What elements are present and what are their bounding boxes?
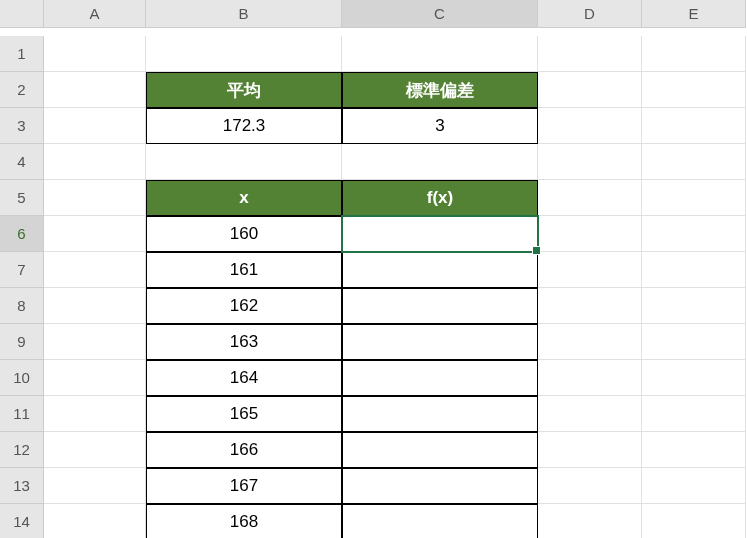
cell-b13[interactable]: 167 [146,468,342,504]
row-header-1[interactable]: 1 [0,36,44,72]
cell-a8[interactable] [44,288,146,324]
row-header-7[interactable]: 7 [0,252,44,288]
col-header-c[interactable]: C [342,0,538,28]
cell-c14[interactable] [342,504,538,538]
cell-d9[interactable] [538,324,642,360]
cell-b7[interactable]: 161 [146,252,342,288]
cell-b6[interactable]: 160 [146,216,342,252]
spreadsheet-grid: A B C D E 1 2 平均 標準偏差 3 172.3 3 4 5 x f(… [0,0,747,538]
row-header-11[interactable]: 11 [0,396,44,432]
cell-e10[interactable] [642,360,746,396]
cell-d7[interactable] [538,252,642,288]
cell-b9[interactable]: 163 [146,324,342,360]
cell-e4[interactable] [642,144,746,180]
cell-c8[interactable] [342,288,538,324]
cell-c5[interactable]: f(x) [342,180,538,216]
cell-b10[interactable]: 164 [146,360,342,396]
select-all-corner[interactable] [0,0,44,28]
cell-b5[interactable]: x [146,180,342,216]
cell-e6[interactable] [642,216,746,252]
cell-a4[interactable] [44,144,146,180]
row-header-5[interactable]: 5 [0,180,44,216]
cell-e5[interactable] [642,180,746,216]
cell-c4[interactable] [342,144,538,180]
col-header-e[interactable]: E [642,0,746,28]
cell-d8[interactable] [538,288,642,324]
cell-c6[interactable] [342,216,538,252]
cell-c2[interactable]: 標準偏差 [342,72,538,108]
cell-c7[interactable] [342,252,538,288]
row-header-3[interactable]: 3 [0,108,44,144]
cell-d5[interactable] [538,180,642,216]
cell-d11[interactable] [538,396,642,432]
cell-d4[interactable] [538,144,642,180]
cell-d10[interactable] [538,360,642,396]
cell-a1[interactable] [44,36,146,72]
cell-a3[interactable] [44,108,146,144]
cell-e1[interactable] [642,36,746,72]
cell-a7[interactable] [44,252,146,288]
cell-e14[interactable] [642,504,746,538]
cell-e3[interactable] [642,108,746,144]
cell-d3[interactable] [538,108,642,144]
cell-e7[interactable] [642,252,746,288]
cell-d14[interactable] [538,504,642,538]
cell-c1[interactable] [342,36,538,72]
row-header-12[interactable]: 12 [0,432,44,468]
col-header-b[interactable]: B [146,0,342,28]
cell-b2[interactable]: 平均 [146,72,342,108]
row-header-2[interactable]: 2 [0,72,44,108]
cell-a6[interactable] [44,216,146,252]
cell-d13[interactable] [538,468,642,504]
cell-a9[interactable] [44,324,146,360]
cell-b14[interactable]: 168 [146,504,342,538]
cell-e11[interactable] [642,396,746,432]
cell-e12[interactable] [642,432,746,468]
cell-c13[interactable] [342,468,538,504]
row-header-8[interactable]: 8 [0,288,44,324]
cell-c3[interactable]: 3 [342,108,538,144]
cell-b4[interactable] [146,144,342,180]
row-header-10[interactable]: 10 [0,360,44,396]
cell-e8[interactable] [642,288,746,324]
row-header-13[interactable]: 13 [0,468,44,504]
cell-b8[interactable]: 162 [146,288,342,324]
cell-c11[interactable] [342,396,538,432]
cell-d1[interactable] [538,36,642,72]
cell-c9[interactable] [342,324,538,360]
row-header-4[interactable]: 4 [0,144,44,180]
cell-d6[interactable] [538,216,642,252]
cell-e9[interactable] [642,324,746,360]
row-header-9[interactable]: 9 [0,324,44,360]
cell-e2[interactable] [642,72,746,108]
cell-b12[interactable]: 166 [146,432,342,468]
cell-a12[interactable] [44,432,146,468]
cell-a13[interactable] [44,468,146,504]
col-header-d[interactable]: D [538,0,642,28]
cell-b1[interactable] [146,36,342,72]
cell-d2[interactable] [538,72,642,108]
cell-c10[interactable] [342,360,538,396]
col-header-a[interactable]: A [44,0,146,28]
cell-a5[interactable] [44,180,146,216]
cell-c12[interactable] [342,432,538,468]
cell-e13[interactable] [642,468,746,504]
cell-a11[interactable] [44,396,146,432]
row-header-14[interactable]: 14 [0,504,44,538]
cell-d12[interactable] [538,432,642,468]
row-header-6[interactable]: 6 [0,216,44,252]
cell-a10[interactable] [44,360,146,396]
cell-a2[interactable] [44,72,146,108]
cell-a14[interactable] [44,504,146,538]
cell-b3[interactable]: 172.3 [146,108,342,144]
cell-b11[interactable]: 165 [146,396,342,432]
